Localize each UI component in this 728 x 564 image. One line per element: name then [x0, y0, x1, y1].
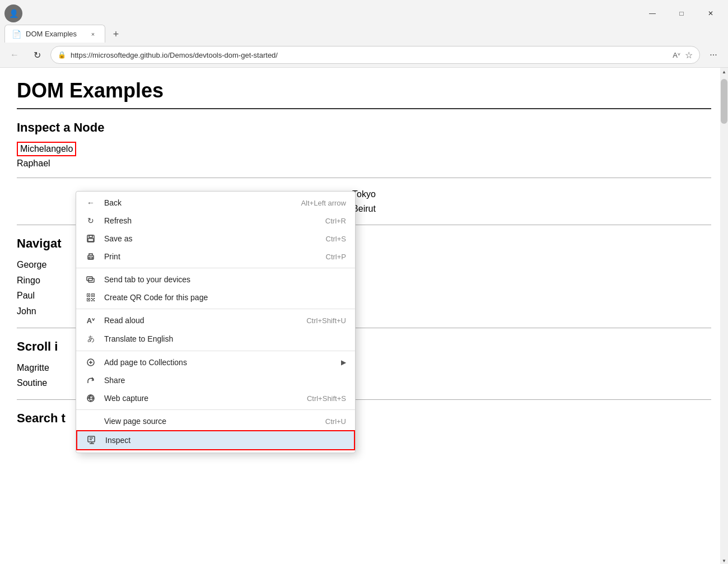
menu-label-web-capture: Web capture — [104, 394, 299, 403]
refresh-icon: ↻ — [85, 216, 96, 225]
maximize-button[interactable]: □ — [669, 4, 694, 22]
svg-rect-17 — [94, 298, 95, 299]
back-button[interactable]: ← — [6, 46, 24, 64]
refresh-button[interactable]: ↻ — [28, 46, 46, 64]
menu-item-collections[interactable]: Add page to Collections ▶ — [76, 353, 355, 371]
menu-item-save-as[interactable]: Save as Ctrl+S — [76, 230, 355, 248]
paul-text: Paul — [17, 291, 35, 300]
menu-shortcut-back: Alt+Left arrow — [301, 199, 346, 207]
beirut-text: Beirut — [352, 204, 376, 213]
read-aloud-icon: Aᵛ — [673, 51, 680, 59]
qr-code-icon — [85, 293, 96, 302]
magritte-text: Magritte — [17, 363, 49, 372]
scrollbar-up-button[interactable]: ▲ — [720, 68, 728, 76]
divider-1 — [17, 178, 711, 178]
menu-label-refresh: Refresh — [104, 216, 318, 225]
raphael-text: Raphael — [17, 159, 50, 168]
svg-rect-16 — [91, 298, 92, 299]
separator-4 — [76, 409, 355, 410]
tokyo-text: Tokyo — [352, 189, 376, 199]
john-text: John — [17, 306, 36, 316]
url-text: https://microsoftedge.github.io/Demos/de… — [71, 51, 668, 59]
page-content: DOM Examples Inspect a Node Michelangelo… — [0, 68, 728, 564]
title-bar: 👤 — □ ✕ — [0, 0, 728, 22]
svg-rect-1 — [89, 235, 92, 237]
profile-button[interactable]: 👤 — [4, 4, 22, 22]
minimize-button[interactable]: — — [640, 4, 665, 22]
profile-icon: 👤 — [9, 9, 18, 18]
svg-rect-4 — [89, 257, 92, 259]
collections-arrow-icon: ▶ — [341, 358, 346, 366]
menu-item-view-source[interactable]: View page source Ctrl+U — [76, 412, 355, 430]
inspect-icon — [86, 436, 97, 445]
print-icon — [85, 252, 96, 261]
close-button[interactable]: ✕ — [698, 4, 724, 22]
tabs-bar: 📄 DOM Examples × + — [0, 22, 728, 43]
collections-icon — [85, 358, 96, 367]
page-title: DOM Examples — [17, 79, 711, 109]
menu-label-read-aloud: Read aloud — [104, 316, 298, 325]
michelangelo-text: Michelangelo — [20, 144, 73, 153]
menu-label-collections: Add page to Collections — [104, 358, 333, 367]
svg-rect-23 — [88, 436, 95, 442]
menu-item-qr-code[interactable]: Create QR Code for this page — [76, 288, 355, 306]
george-text: George — [17, 260, 46, 269]
menu-item-send-tab[interactable]: Send tab to your devices — [76, 271, 355, 288]
favorites-icon[interactable]: ☆ — [685, 50, 693, 60]
separator-2 — [76, 309, 355, 309]
tab-close-button[interactable]: × — [88, 29, 98, 39]
menu-item-print[interactable]: Print Ctrl+P — [76, 248, 355, 265]
menu-shortcut-view-source: Ctrl+U — [325, 417, 346, 426]
menu-item-read-aloud[interactable]: Aᵛ Read aloud Ctrl+Shift+U — [76, 311, 355, 329]
menu-label-view-source: View page source — [104, 417, 318, 426]
lock-icon: 🔒 — [58, 51, 66, 59]
svg-rect-12 — [92, 295, 94, 296]
svg-rect-2 — [88, 239, 94, 241]
read-aloud-icon: Aᵛ — [85, 316, 96, 325]
menu-label-translate: Translate to English — [104, 334, 346, 343]
save-as-icon — [85, 234, 96, 243]
svg-rect-15 — [88, 299, 89, 300]
translate-icon: あ — [85, 334, 96, 344]
menu-item-translate[interactable]: あ Translate to English — [76, 329, 355, 348]
menu-label-print: Print — [104, 252, 318, 261]
menu-item-inspect[interactable]: Inspect — [76, 430, 355, 450]
active-tab[interactable]: 📄 DOM Examples × — [4, 25, 105, 43]
browser-chrome: 👤 — □ ✕ 📄 DOM Examples × + ← ↻ 🔒 https:/… — [0, 0, 728, 68]
menu-label-send-tab: Send tab to your devices — [104, 275, 346, 284]
menu-shortcut-refresh: Ctrl+R — [325, 217, 346, 225]
michelangelo-item: Michelangelo — [17, 142, 76, 156]
scrollbar[interactable]: ▲ ▼ — [720, 68, 728, 564]
menu-shortcut-read-aloud: Ctrl+Shift+U — [306, 316, 346, 325]
svg-rect-18 — [91, 300, 92, 301]
menu-item-back[interactable]: ← Back Alt+Left arrow — [76, 194, 355, 212]
section-heading-inspect: Inspect a Node — [17, 120, 711, 135]
scrollbar-thumb[interactable] — [721, 79, 727, 124]
menu-item-share[interactable]: Share — [76, 371, 355, 389]
menu-label-back: Back — [104, 198, 293, 207]
send-tab-icon — [85, 275, 96, 284]
svg-rect-9 — [88, 295, 89, 296]
menu-shortcut-web-capture: Ctrl+Shift+S — [307, 394, 346, 403]
menu-item-refresh[interactable]: ↻ Refresh Ctrl+R — [76, 212, 355, 230]
menu-item-web-capture[interactable]: Web capture Ctrl+Shift+S — [76, 389, 355, 407]
ringo-text: Ringo — [17, 276, 40, 285]
address-bar: ← ↻ 🔒 https://microsoftedge.github.io/De… — [0, 43, 728, 67]
url-bar[interactable]: 🔒 https://microsoftedge.github.io/Demos/… — [50, 46, 700, 64]
new-tab-button[interactable]: + — [108, 26, 124, 43]
svg-rect-19 — [94, 300, 95, 301]
menu-shortcut-print: Ctrl+P — [326, 253, 346, 261]
back-icon: ← — [85, 198, 96, 207]
soutine-text: Soutine — [17, 378, 47, 388]
menu-label-share: Share — [104, 376, 346, 385]
tab-title: DOM Examples — [26, 30, 83, 38]
menu-label-qr-code: Create QR Code for this page — [104, 293, 346, 302]
context-menu: ← Back Alt+Left arrow ↻ Refresh Ctrl+R S… — [76, 191, 356, 453]
menu-label-inspect: Inspect — [105, 436, 345, 445]
tab-icon: 📄 — [12, 30, 21, 39]
menu-shortcut-save-as: Ctrl+S — [326, 235, 346, 243]
browser-menu-button[interactable]: ··· — [704, 46, 722, 64]
scrollbar-down-button[interactable]: ▼ — [720, 557, 728, 564]
menu-label-save-as: Save as — [104, 234, 318, 243]
raphael-item: Raphael — [17, 159, 711, 169]
